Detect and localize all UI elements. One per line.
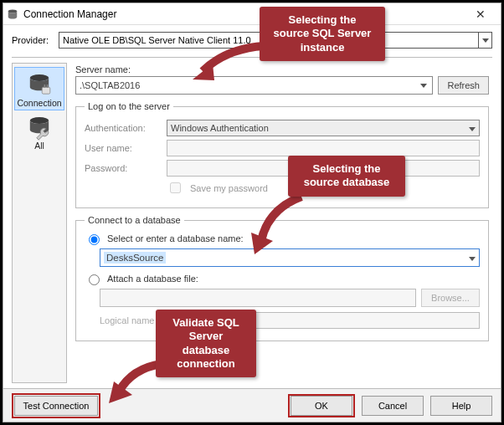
username-input: [167, 140, 480, 156]
db-select-radio-input[interactable]: [89, 234, 100, 245]
help-button[interactable]: Help: [430, 396, 492, 416]
database-legend: Connect to a database: [85, 215, 184, 225]
svg-rect-4: [47, 84, 49, 88]
attach-file-input: [100, 289, 416, 307]
sidebar-item-all[interactable]: All: [14, 110, 64, 152]
database-wrench-icon: [26, 114, 53, 141]
database-name-value: DesksSource: [104, 252, 166, 264]
chevron-down-icon: [478, 33, 491, 48]
dialog-footer: Test Connection OK Cancel Help: [3, 388, 501, 422]
test-connection-button[interactable]: Test Connection: [14, 396, 98, 416]
close-icon: ✕: [476, 8, 486, 21]
auth-label: Authentication:: [85, 123, 160, 133]
svg-point-5: [30, 117, 49, 124]
window-title: Connection Manager: [23, 8, 464, 20]
browse-button: Browse...: [421, 289, 480, 307]
db-attach-radio[interactable]: Attach a database file:: [85, 272, 480, 285]
ok-button[interactable]: OK: [291, 396, 352, 416]
app-icon: [7, 8, 18, 20]
db-attach-radio-input[interactable]: [89, 274, 100, 285]
auth-select[interactable]: Windows Authentication: [167, 120, 480, 136]
chevron-down-icon: [469, 253, 476, 263]
provider-label: Provider:: [12, 35, 54, 45]
username-label: User name:: [85, 143, 160, 153]
svg-point-1: [30, 74, 49, 81]
callout-source-database: Selecting the source database: [288, 156, 405, 197]
arrow-icon: [251, 192, 318, 259]
svg-rect-3: [44, 84, 46, 88]
server-name-label: Server name:: [75, 64, 489, 74]
annotation-highlight: Test Connection: [12, 393, 100, 418]
sidebar: Connection All: [12, 63, 67, 383]
database-plug-icon: [26, 71, 53, 98]
db-attach-radio-label: Attach a database file:: [107, 274, 198, 284]
arrow-icon: [193, 42, 268, 84]
logon-legend: Log on to the server: [85, 101, 173, 111]
sidebar-item-connection[interactable]: Connection: [14, 67, 64, 110]
svg-point-0: [8, 9, 18, 13]
save-password-checkbox: [170, 182, 181, 193]
db-select-radio-label: Select or enter a database name:: [107, 233, 244, 243]
callout-validate-connection: Validate SQL Server database connection: [156, 310, 256, 377]
save-password-label: Save my password: [190, 183, 268, 193]
titlebar: Connection Manager ✕: [3, 3, 501, 25]
annotation-highlight: OK: [288, 394, 355, 417]
password-label: Password:: [85, 163, 160, 173]
svg-rect-2: [42, 87, 50, 94]
sidebar-item-label: Connection: [17, 98, 61, 108]
chevron-down-icon: [417, 79, 430, 92]
chevron-down-icon: [469, 123, 476, 133]
auth-value: Windows Authentication: [171, 123, 269, 133]
sidebar-item-label: All: [34, 141, 44, 151]
callout-server-instance: Selecting the source SQL Server instance: [260, 7, 385, 61]
refresh-button[interactable]: Refresh: [438, 76, 489, 95]
close-button[interactable]: ✕: [464, 3, 497, 24]
cancel-button[interactable]: Cancel: [362, 396, 424, 416]
server-name-value: .\SQLTAB2016: [80, 80, 140, 90]
